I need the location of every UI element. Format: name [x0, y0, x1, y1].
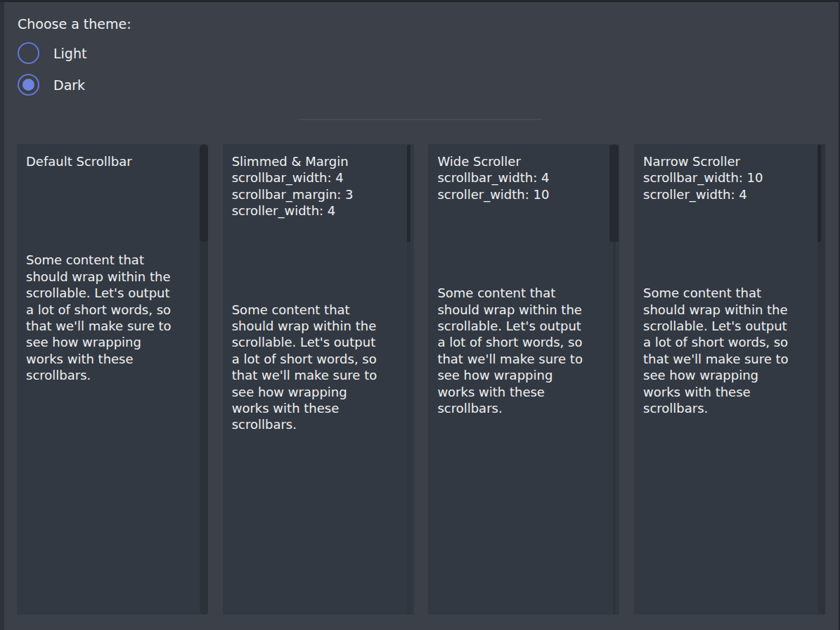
section-divider — [299, 119, 541, 120]
scrollbar-gallery: Default Scrollbar Some content that shou… — [17, 144, 825, 615]
scroll-panel-narrow-scroller[interactable]: Narrow Scroller scrollbar_width: 10 scro… — [634, 144, 825, 615]
panel-header: Slimmed & Margin scrollbar_width: 4 scro… — [232, 153, 396, 219]
scroll-panel-default[interactable]: Default Scrollbar Some content that shou… — [17, 144, 208, 615]
app-window: Choose a theme: Light Dark Default Scrol… — [0, 0, 840, 630]
panel-content: Some content that should wrap within the… — [232, 302, 396, 433]
theme-chooser: Choose a theme: Light Dark — [0, 0, 840, 144]
radio-button-dark-icon[interactable] — [18, 74, 39, 96]
scrollbar-thumb[interactable] — [200, 145, 209, 242]
scrollbar-thumb[interactable] — [609, 145, 619, 242]
radio-option-dark[interactable]: Dark — [18, 74, 85, 96]
panel-content: Some content that should wrap within the… — [437, 285, 601, 416]
panel-content: Some content that should wrap within the… — [643, 285, 807, 416]
panel-content: Some content that should wrap within the… — [26, 252, 190, 383]
theme-chooser-label: Choose a theme: — [18, 16, 131, 32]
radio-option-light[interactable]: Light — [18, 42, 86, 64]
panel-header: Default Scrollbar — [26, 153, 190, 169]
radio-label-dark: Dark — [53, 77, 85, 93]
radio-selected-dot — [22, 79, 34, 91]
panel-header: Narrow Scroller scrollbar_width: 10 scro… — [643, 153, 807, 202]
scroll-panel-wide-scroller[interactable]: Wide Scroller scrollbar_width: 4 scrolle… — [428, 144, 619, 615]
radio-label-light: Light — [53, 46, 86, 61]
scrollbar-thumb[interactable] — [407, 145, 411, 242]
panel-header: Wide Scroller scrollbar_width: 4 scrolle… — [437, 153, 601, 202]
radio-button-light-icon[interactable] — [18, 42, 39, 64]
scroll-panel-slimmed-margin[interactable]: Slimmed & Margin scrollbar_width: 4 scro… — [223, 144, 414, 615]
scrollbar-thumb[interactable] — [818, 145, 821, 242]
